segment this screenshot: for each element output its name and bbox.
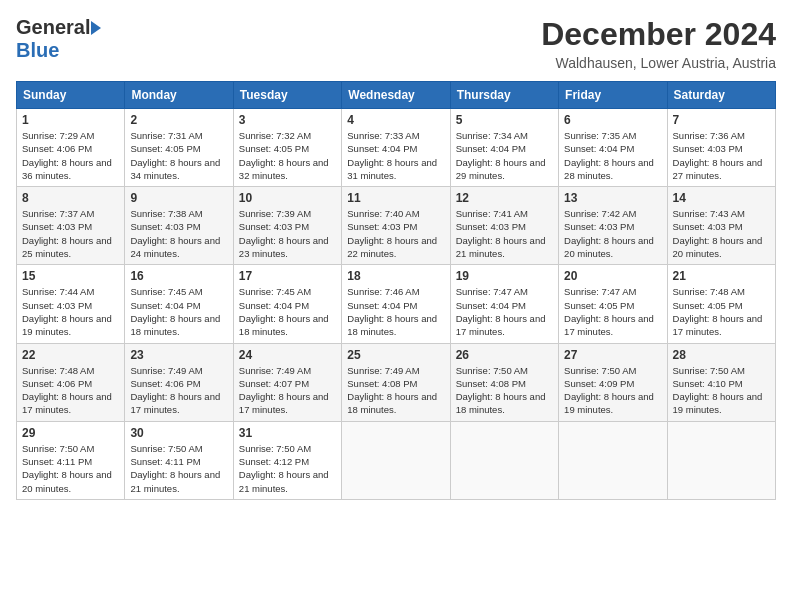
day-info: Sunrise: 7:47 AMSunset: 4:04 PMDaylight:… — [456, 285, 553, 338]
calendar-cell: 28Sunrise: 7:50 AMSunset: 4:10 PMDayligh… — [667, 343, 775, 421]
day-number: 13 — [564, 191, 661, 205]
calendar-cell: 24Sunrise: 7:49 AMSunset: 4:07 PMDayligh… — [233, 343, 341, 421]
day-info: Sunrise: 7:42 AMSunset: 4:03 PMDaylight:… — [564, 207, 661, 260]
weekday-header-wednesday: Wednesday — [342, 82, 450, 109]
day-number: 29 — [22, 426, 119, 440]
day-number: 19 — [456, 269, 553, 283]
day-info: Sunrise: 7:32 AMSunset: 4:05 PMDaylight:… — [239, 129, 336, 182]
calendar-cell: 19Sunrise: 7:47 AMSunset: 4:04 PMDayligh… — [450, 265, 558, 343]
day-info: Sunrise: 7:47 AMSunset: 4:05 PMDaylight:… — [564, 285, 661, 338]
calendar-cell: 16Sunrise: 7:45 AMSunset: 4:04 PMDayligh… — [125, 265, 233, 343]
day-number: 2 — [130, 113, 227, 127]
calendar-cell: 4Sunrise: 7:33 AMSunset: 4:04 PMDaylight… — [342, 109, 450, 187]
day-number: 6 — [564, 113, 661, 127]
day-info: Sunrise: 7:49 AMSunset: 4:06 PMDaylight:… — [130, 364, 227, 417]
day-info: Sunrise: 7:41 AMSunset: 4:03 PMDaylight:… — [456, 207, 553, 260]
calendar-cell: 20Sunrise: 7:47 AMSunset: 4:05 PMDayligh… — [559, 265, 667, 343]
calendar-cell: 18Sunrise: 7:46 AMSunset: 4:04 PMDayligh… — [342, 265, 450, 343]
calendar-cell — [559, 421, 667, 499]
day-number: 18 — [347, 269, 444, 283]
day-info: Sunrise: 7:34 AMSunset: 4:04 PMDaylight:… — [456, 129, 553, 182]
day-info: Sunrise: 7:35 AMSunset: 4:04 PMDaylight:… — [564, 129, 661, 182]
calendar-cell: 31Sunrise: 7:50 AMSunset: 4:12 PMDayligh… — [233, 421, 341, 499]
day-number: 25 — [347, 348, 444, 362]
day-number: 8 — [22, 191, 119, 205]
calendar-cell: 3Sunrise: 7:32 AMSunset: 4:05 PMDaylight… — [233, 109, 341, 187]
day-number: 15 — [22, 269, 119, 283]
calendar-table: SundayMondayTuesdayWednesdayThursdayFrid… — [16, 81, 776, 500]
day-number: 3 — [239, 113, 336, 127]
day-info: Sunrise: 7:46 AMSunset: 4:04 PMDaylight:… — [347, 285, 444, 338]
calendar-cell: 10Sunrise: 7:39 AMSunset: 4:03 PMDayligh… — [233, 187, 341, 265]
day-number: 17 — [239, 269, 336, 283]
page-header: General Blue December 2024 Waldhausen, L… — [16, 16, 776, 71]
weekday-header-saturday: Saturday — [667, 82, 775, 109]
calendar-cell: 5Sunrise: 7:34 AMSunset: 4:04 PMDaylight… — [450, 109, 558, 187]
logo-triangle-icon — [91, 21, 101, 35]
calendar-cell: 11Sunrise: 7:40 AMSunset: 4:03 PMDayligh… — [342, 187, 450, 265]
day-number: 30 — [130, 426, 227, 440]
calendar-cell: 22Sunrise: 7:48 AMSunset: 4:06 PMDayligh… — [17, 343, 125, 421]
day-number: 11 — [347, 191, 444, 205]
day-number: 24 — [239, 348, 336, 362]
calendar-cell: 12Sunrise: 7:41 AMSunset: 4:03 PMDayligh… — [450, 187, 558, 265]
day-info: Sunrise: 7:50 AMSunset: 4:10 PMDaylight:… — [673, 364, 770, 417]
calendar-cell: 29Sunrise: 7:50 AMSunset: 4:11 PMDayligh… — [17, 421, 125, 499]
day-info: Sunrise: 7:43 AMSunset: 4:03 PMDaylight:… — [673, 207, 770, 260]
day-info: Sunrise: 7:50 AMSunset: 4:11 PMDaylight:… — [130, 442, 227, 495]
day-number: 22 — [22, 348, 119, 362]
day-number: 28 — [673, 348, 770, 362]
day-number: 12 — [456, 191, 553, 205]
day-number: 31 — [239, 426, 336, 440]
day-number: 27 — [564, 348, 661, 362]
logo: General Blue — [16, 16, 101, 62]
title-section: December 2024 Waldhausen, Lower Austria,… — [541, 16, 776, 71]
day-info: Sunrise: 7:50 AMSunset: 4:09 PMDaylight:… — [564, 364, 661, 417]
day-info: Sunrise: 7:39 AMSunset: 4:03 PMDaylight:… — [239, 207, 336, 260]
day-number: 7 — [673, 113, 770, 127]
day-info: Sunrise: 7:37 AMSunset: 4:03 PMDaylight:… — [22, 207, 119, 260]
calendar-cell — [450, 421, 558, 499]
weekday-header-friday: Friday — [559, 82, 667, 109]
calendar-header: SundayMondayTuesdayWednesdayThursdayFrid… — [17, 82, 776, 109]
calendar-cell — [667, 421, 775, 499]
calendar-week-1: 1Sunrise: 7:29 AMSunset: 4:06 PMDaylight… — [17, 109, 776, 187]
calendar-cell: 2Sunrise: 7:31 AMSunset: 4:05 PMDaylight… — [125, 109, 233, 187]
calendar-week-3: 15Sunrise: 7:44 AMSunset: 4:03 PMDayligh… — [17, 265, 776, 343]
location-text: Waldhausen, Lower Austria, Austria — [541, 55, 776, 71]
month-title: December 2024 — [541, 16, 776, 53]
day-number: 10 — [239, 191, 336, 205]
day-info: Sunrise: 7:49 AMSunset: 4:07 PMDaylight:… — [239, 364, 336, 417]
weekday-header-tuesday: Tuesday — [233, 82, 341, 109]
logo-blue-text: Blue — [16, 39, 59, 61]
calendar-body: 1Sunrise: 7:29 AMSunset: 4:06 PMDaylight… — [17, 109, 776, 500]
calendar-cell: 25Sunrise: 7:49 AMSunset: 4:08 PMDayligh… — [342, 343, 450, 421]
day-info: Sunrise: 7:38 AMSunset: 4:03 PMDaylight:… — [130, 207, 227, 260]
day-info: Sunrise: 7:50 AMSunset: 4:08 PMDaylight:… — [456, 364, 553, 417]
day-number: 14 — [673, 191, 770, 205]
day-info: Sunrise: 7:36 AMSunset: 4:03 PMDaylight:… — [673, 129, 770, 182]
day-info: Sunrise: 7:45 AMSunset: 4:04 PMDaylight:… — [130, 285, 227, 338]
header-row: SundayMondayTuesdayWednesdayThursdayFrid… — [17, 82, 776, 109]
day-number: 9 — [130, 191, 227, 205]
calendar-cell: 6Sunrise: 7:35 AMSunset: 4:04 PMDaylight… — [559, 109, 667, 187]
calendar-cell: 15Sunrise: 7:44 AMSunset: 4:03 PMDayligh… — [17, 265, 125, 343]
day-number: 23 — [130, 348, 227, 362]
weekday-header-sunday: Sunday — [17, 82, 125, 109]
day-info: Sunrise: 7:50 AMSunset: 4:12 PMDaylight:… — [239, 442, 336, 495]
day-info: Sunrise: 7:48 AMSunset: 4:06 PMDaylight:… — [22, 364, 119, 417]
weekday-header-monday: Monday — [125, 82, 233, 109]
day-info: Sunrise: 7:48 AMSunset: 4:05 PMDaylight:… — [673, 285, 770, 338]
logo-general-text: General — [16, 16, 90, 39]
day-info: Sunrise: 7:45 AMSunset: 4:04 PMDaylight:… — [239, 285, 336, 338]
day-info: Sunrise: 7:31 AMSunset: 4:05 PMDaylight:… — [130, 129, 227, 182]
day-info: Sunrise: 7:29 AMSunset: 4:06 PMDaylight:… — [22, 129, 119, 182]
calendar-cell: 27Sunrise: 7:50 AMSunset: 4:09 PMDayligh… — [559, 343, 667, 421]
day-number: 21 — [673, 269, 770, 283]
calendar-cell: 14Sunrise: 7:43 AMSunset: 4:03 PMDayligh… — [667, 187, 775, 265]
calendar-cell: 23Sunrise: 7:49 AMSunset: 4:06 PMDayligh… — [125, 343, 233, 421]
calendar-cell: 21Sunrise: 7:48 AMSunset: 4:05 PMDayligh… — [667, 265, 775, 343]
calendar-cell — [342, 421, 450, 499]
calendar-cell: 30Sunrise: 7:50 AMSunset: 4:11 PMDayligh… — [125, 421, 233, 499]
calendar-week-5: 29Sunrise: 7:50 AMSunset: 4:11 PMDayligh… — [17, 421, 776, 499]
